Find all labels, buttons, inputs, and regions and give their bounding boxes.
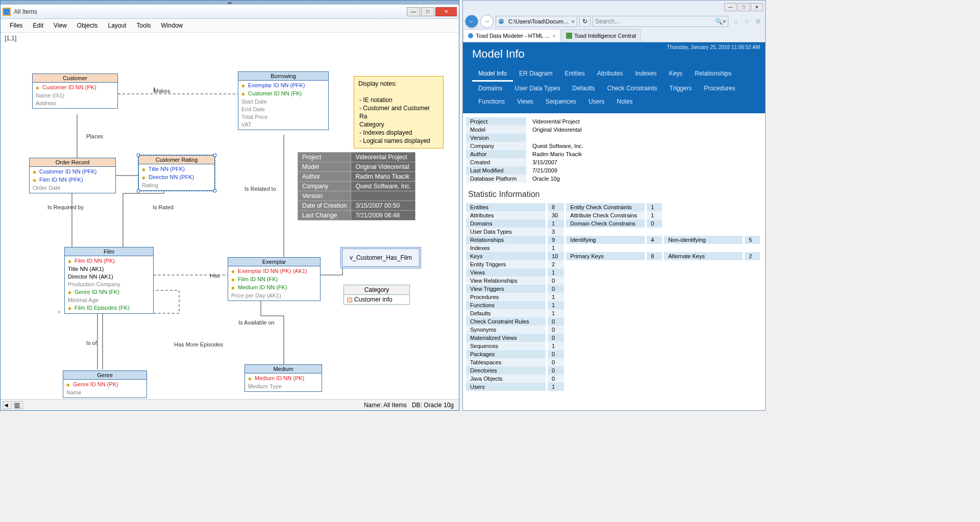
- window-drag-handle[interactable]: ▬: [1, 1, 459, 5]
- nav-sequences[interactable]: Sequences: [540, 95, 582, 108]
- entity-customer-rating[interactable]: Customer Rating ◆ Title NN (PFK)◆ Direct…: [138, 155, 215, 191]
- entity-genre-title: Genre: [63, 371, 146, 380]
- nav-indexes[interactable]: Indexes: [629, 67, 663, 82]
- nav-triggers[interactable]: Triggers: [664, 82, 698, 95]
- note-title: Display notes:: [358, 80, 439, 88]
- address-bar[interactable]: C:\Users\Toad\Docum… ▾: [496, 16, 577, 27]
- entity-customer-title: Customer: [33, 74, 117, 83]
- entity-medium-title: Medium: [245, 365, 322, 374]
- attr: Start Date: [241, 98, 325, 106]
- nav-procedures[interactable]: Procedures: [698, 82, 741, 95]
- menu-layout[interactable]: Layout: [103, 20, 132, 31]
- refresh-button[interactable]: ↻: [579, 16, 591, 27]
- menu-view[interactable]: View: [48, 20, 72, 31]
- forward-button[interactable]: →: [480, 15, 494, 28]
- attr: ◆ Film ID Episodes (FK): [68, 304, 150, 312]
- attr: ◆ Customer ID NN (PK): [36, 84, 114, 92]
- entity-order-record[interactable]: Order Record ◆ Customer ID NN (PFK)◆ Fil…: [29, 158, 116, 193]
- entity-medium[interactable]: Medium ◆ Medium ID NN (PK)Medium Type: [244, 364, 322, 392]
- attr: ◆ Film ID NN (FK): [231, 276, 317, 284]
- attr: ◆ Exemplar ID NN (PK) (AK1): [231, 267, 317, 276]
- tab-html-report[interactable]: Toad Data Modeler - HTML ... ×: [463, 29, 560, 42]
- modeler-window: ▬ All Items — □ ✕ Files Edit View Object…: [0, 0, 459, 411]
- nav-functions[interactable]: Functions: [472, 95, 511, 108]
- model-info-table: ProjectVideorental ProjectModelOriginal …: [466, 117, 762, 183]
- attr: Medium Type: [248, 383, 318, 390]
- maximize-button[interactable]: □: [421, 7, 434, 16]
- back-button[interactable]: ←: [465, 15, 478, 28]
- nav-relationships[interactable]: Relationships: [689, 67, 738, 82]
- rel-is-rated: Is Rated: [153, 204, 174, 210]
- entity-borrowing[interactable]: Borrowing ◆ Exemplar ID NN (PFK)◆ Custom…: [238, 71, 329, 130]
- browser-maximize[interactable]: □: [738, 3, 750, 11]
- attr: ◆ Film ID NN (PFK): [33, 176, 112, 184]
- entity-genre[interactable]: Genre ◆ Genre ID NN (PK)Name: [63, 370, 147, 398]
- attr: ◆ Genre ID NN (PK): [66, 381, 143, 389]
- sb-columns-icon[interactable]: ▥: [14, 401, 23, 409]
- nav-defaults[interactable]: Defaults: [567, 82, 601, 95]
- browser-close[interactable]: ✕: [751, 3, 763, 11]
- entity-exemplar[interactable]: Exemplar ◆ Exemplar ID NN (PK) (AK1)◆ Fi…: [228, 257, 321, 301]
- rel-is-available-on: Is Available on: [238, 319, 275, 326]
- app-icon: [3, 8, 11, 16]
- nav-check-constraints[interactable]: Check Constraints: [601, 82, 664, 95]
- home-icon[interactable]: ⌂: [730, 16, 741, 27]
- entity-customer-rating-title: Customer Rating: [139, 156, 214, 164]
- rel-is-related-to: Is Related to: [244, 186, 276, 192]
- attr: Minimal Age: [68, 296, 150, 304]
- stat-table: Entities8Entity Check Constraints1Attrib…: [466, 203, 762, 391]
- report-content: Thursday, January 25, 2018 11:06:52 AM M…: [463, 42, 765, 410]
- menu-files[interactable]: Files: [5, 20, 28, 31]
- entity-order-record-title: Order Record: [30, 158, 115, 167]
- close-button[interactable]: ✕: [435, 7, 457, 16]
- tab-close-icon[interactable]: ×: [552, 33, 555, 39]
- tic-icon: [566, 33, 572, 39]
- attr: ◆ Customer ID NN (PFK): [33, 168, 112, 176]
- project-info-table[interactable]: ProjectVideorental ProjectModelOriginal …: [298, 152, 415, 220]
- attr: Total Price: [241, 113, 325, 121]
- entity-exemplar-title: Exemplar: [228, 258, 320, 266]
- nav-views[interactable]: Views: [511, 95, 540, 108]
- minimize-button[interactable]: —: [407, 7, 420, 16]
- menubar: Files Edit View Objects Layout Tools Win…: [1, 19, 459, 33]
- category-box[interactable]: Category Customer info: [344, 285, 410, 305]
- sb-arrow-left[interactable]: ◄: [3, 401, 12, 409]
- diagram-canvas[interactable]: [1,1] |: [1, 33, 459, 399]
- menu-tools[interactable]: Tools: [132, 20, 156, 31]
- tab-intelligence-central[interactable]: Toad Intelligence Central: [561, 29, 641, 42]
- stat-heading: Statistic Information: [468, 190, 762, 199]
- attr: VAT: [241, 121, 325, 129]
- rel-places: Places: [86, 133, 103, 139]
- search-box[interactable]: Search... 🔍▾: [593, 16, 728, 27]
- svg-rect-23: [566, 33, 572, 39]
- menu-window[interactable]: Window: [156, 20, 188, 31]
- nav-er-diagram[interactable]: ER Diagram: [513, 67, 558, 82]
- coord-label: [1,1]: [5, 35, 16, 42]
- browser-tabs: Toad Data Modeler - HTML ... × Toad Inte…: [463, 29, 765, 42]
- entity-customer[interactable]: Customer ◆ Customer ID NN (PK)Name (IX1)…: [32, 73, 118, 109]
- svg-rect-1: [4, 9, 10, 15]
- nav-users[interactable]: Users: [582, 95, 610, 108]
- nav-user-data-types[interactable]: User Data Types: [508, 82, 566, 95]
- nav-attributes[interactable]: Attributes: [591, 67, 629, 82]
- status-db: DB: Oracle 10g: [412, 402, 454, 409]
- nav-model-info[interactable]: Model Info: [472, 67, 513, 82]
- view-box[interactable]: v_Customer_Has_Film: [340, 247, 421, 268]
- browser-minimize[interactable]: —: [724, 3, 737, 11]
- display-note[interactable]: Display notes: - IE notation - Customer …: [354, 76, 444, 148]
- nav-notes[interactable]: Notes: [610, 95, 639, 108]
- nav-keys[interactable]: Keys: [663, 67, 689, 82]
- nav-domains[interactable]: Domains: [472, 82, 508, 95]
- entity-film[interactable]: Film ◆ Film ID NN (PK)Title NN (AK1)Dire…: [64, 247, 154, 314]
- attr: Director NN (AK1): [68, 273, 150, 281]
- rel-makes: Makes: [154, 88, 170, 94]
- nav-entities[interactable]: Entities: [558, 67, 591, 82]
- report-nav: Model InfoER DiagramEntitiesAttributesIn…: [472, 67, 756, 108]
- menu-edit[interactable]: Edit: [28, 20, 48, 31]
- attr: Price per Day (AK1): [231, 292, 317, 300]
- menu-objects[interactable]: Objects: [72, 20, 103, 31]
- favorites-icon[interactable]: ☆: [742, 16, 752, 27]
- browser-window: — □ ✕ ← → C:\Users\Toad\Docum… ▾ ↻ Searc…: [462, 0, 766, 411]
- tools-icon[interactable]: ⚙: [753, 16, 763, 27]
- attr: ◆ Medium ID NN (PK): [248, 375, 318, 383]
